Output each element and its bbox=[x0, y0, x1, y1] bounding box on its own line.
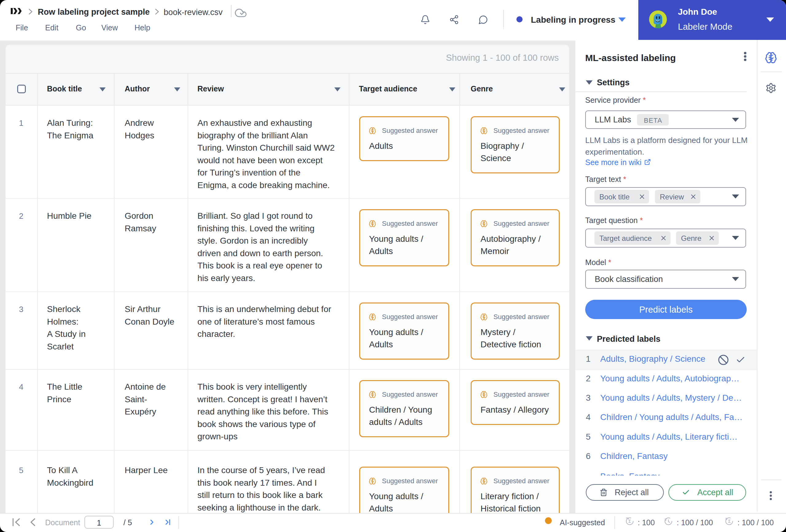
svg-text:Σ: Σ bbox=[728, 519, 731, 524]
svg-text:Σ: Σ bbox=[628, 519, 631, 524]
